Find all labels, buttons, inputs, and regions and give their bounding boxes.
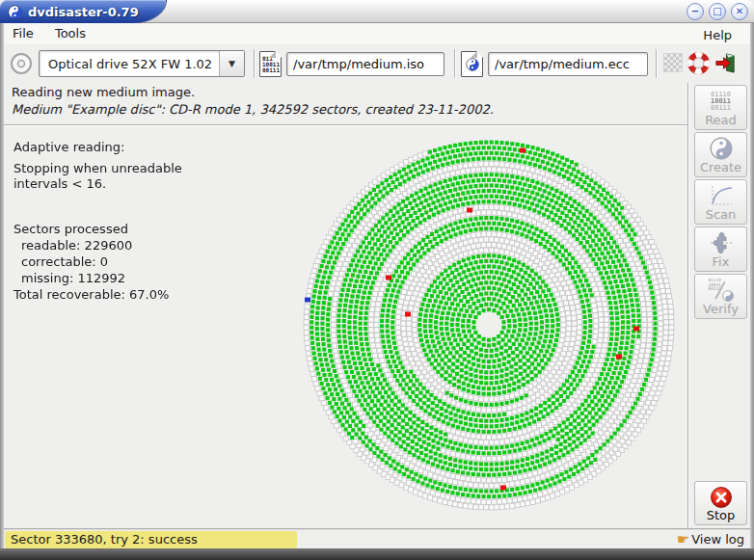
image-file-icon: 011 10011 00111 [259, 51, 282, 77]
scan-curve-icon [709, 184, 734, 207]
stop-icon [710, 486, 733, 509]
optical-drive-icon [10, 52, 33, 75]
stop-button[interactable]: Stop [694, 481, 747, 525]
scan-button-label: Scan [706, 207, 737, 222]
stop-button-label: Stop [707, 508, 736, 522]
app-yinyang-icon [8, 5, 22, 19]
verify-button-label: Verify [703, 302, 739, 316]
fix-puzzle-icon [710, 231, 733, 254]
yinyang-icon [466, 58, 479, 71]
stopping-line2: intervals < 16. [13, 176, 106, 191]
close-button[interactable]: ✕ [731, 3, 748, 20]
toolbar-separator [656, 49, 658, 78]
window-border-bottom[interactable] [0, 548, 754, 560]
menu-bar: File Tools Help [4, 24, 750, 44]
drive-selector-value: Optical drive 52X FW 1.02 [40, 57, 219, 71]
read-button[interactable]: 01110 10011 00111 Read [694, 85, 747, 130]
app-window: dvdisaster-0.79 − □ ✕ File Tools Help Op… [0, 0, 754, 560]
toolbar-separator [254, 49, 256, 78]
adaptive-reading-title: Adaptive reading: [13, 140, 124, 154]
create-yinyang-icon [710, 137, 733, 160]
status-header: Reading new medium image. Medium "Exampl… [12, 85, 494, 117]
ecc-file-icon [461, 51, 483, 77]
fix-button-label: Fix [713, 254, 730, 269]
menu-file[interactable]: File [4, 24, 42, 42]
preferences-disabled-icon [663, 53, 683, 72]
title-tab: dvdisaster-0.79 [0, 0, 166, 23]
readable-count: readable: 229600 [21, 238, 132, 253]
toolbar: Optical drive 52X FW 1.02 ▼ 011 10011 00… [4, 44, 750, 83]
missing-count: missing: 112992 [21, 271, 125, 285]
chevron-down-icon[interactable]: ▼ [219, 51, 244, 76]
read-button-label: Read [705, 113, 737, 127]
window-border-right[interactable] [750, 23, 754, 548]
verify-button[interactable]: 01110 10011 00111 Verify [694, 274, 747, 319]
menu-tools[interactable]: Tools [46, 24, 94, 42]
create-button-label: Create [700, 160, 741, 174]
title-bar[interactable]: dvdisaster-0.79 − □ ✕ [0, 0, 754, 23]
help-lifebuoy-icon[interactable] [687, 52, 710, 74]
create-button[interactable]: Create [694, 132, 747, 177]
toolbar-separator [454, 49, 456, 78]
scan-button[interactable]: Scan [694, 179, 747, 225]
window-border-left[interactable] [0, 23, 4, 548]
disc-sector-visualization [4, 126, 688, 529]
hand-pointer-icon: ☛ [677, 533, 689, 547]
menu-help[interactable]: Help [694, 26, 741, 44]
status-bar: Sector 333680, try 2: success ☛ View log [4, 529, 750, 548]
total-recoverable: Total recoverable: 67.0% [13, 287, 169, 302]
status-line1: Reading new medium image. [12, 85, 494, 99]
drive-selector[interactable]: Optical drive 52X FW 1.02 ▼ [39, 50, 245, 77]
quit-icon[interactable] [714, 52, 737, 74]
read-binary-icon: 01110 10011 00111 [711, 92, 731, 112]
stopping-line1: Stopping when unreadable [13, 161, 182, 175]
sector-status-message: Sector 333680, try 2: success [5, 531, 297, 548]
verify-compare-icon: 01110 10011 00111 [709, 279, 734, 302]
window-title: dvdisaster-0.79 [28, 5, 139, 19]
maximize-button[interactable]: □ [709, 3, 726, 20]
minimize-button[interactable]: − [687, 3, 704, 20]
image-file-input[interactable] [286, 52, 444, 76]
correctable-count: correctable: 0 [21, 254, 108, 269]
view-log-label: View log [691, 531, 744, 548]
ecc-file-input[interactable] [488, 52, 648, 76]
sectors-processed-title: Sectors processed [13, 222, 128, 236]
view-log-button[interactable]: ☛ View log [677, 531, 744, 548]
fix-button[interactable]: Fix [694, 227, 747, 272]
medium-info-line: Medium "Example disc": CD-R mode 1, 3425… [12, 102, 494, 117]
